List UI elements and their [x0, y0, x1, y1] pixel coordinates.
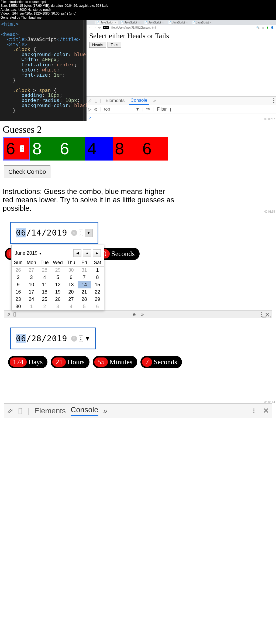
browser-tab[interactable]: 📄 JavaScript✕	[166, 21, 190, 24]
combo-cell[interactable]: 8	[30, 137, 58, 161]
calendar-day[interactable]: 20	[64, 288, 78, 296]
next-month-button[interactable]: ▶	[93, 249, 101, 257]
calendar-day[interactable]: 23	[12, 296, 25, 303]
calendar-day[interactable]: 10	[25, 281, 38, 288]
calendar-day[interactable]: 31	[78, 267, 91, 274]
today-button[interactable]: ●	[83, 249, 91, 257]
combo-cell[interactable]: 4	[85, 137, 113, 161]
kebab-icon[interactable]	[273, 98, 274, 103]
profile-icon[interactable]: 👤	[271, 26, 274, 29]
calendar-day[interactable]: 7	[78, 274, 91, 281]
devtools-tab-elements[interactable]: Elements	[34, 407, 66, 415]
browser-tab[interactable]: 📄 JavaScript✕	[190, 21, 214, 24]
calendar-day[interactable]: 16	[12, 288, 25, 296]
combo-cell[interactable]: 6▴▾	[3, 137, 30, 161]
calendar-day[interactable]: 30	[64, 267, 78, 274]
browser-tab[interactable]: 📄 JavaScript✕	[95, 21, 118, 24]
close-icon[interactable]: ✕	[210, 21, 212, 24]
inspect-icon[interactable]: ⬀	[88, 98, 92, 104]
spin-icon[interactable]: ▴▾	[79, 335, 83, 342]
search-icon[interactable]: 🔍	[256, 26, 260, 29]
clear-icon[interactable]: ✕	[71, 230, 77, 236]
device-icon[interactable]: ⌷	[18, 407, 23, 415]
devtools-more-tabs[interactable]: »	[103, 407, 108, 415]
combo-cell[interactable]: 6	[140, 137, 168, 161]
prev-month-button[interactable]: ◀	[73, 249, 81, 257]
browser-tab[interactable]: 📄 JavaScript✕	[142, 21, 166, 24]
calendar-day[interactable]: 1	[91, 267, 104, 274]
close-icon[interactable]: ✕	[162, 21, 164, 24]
calendar-day[interactable]: 28	[78, 296, 91, 303]
date-input-box[interactable]: 06/14/2019 ✕ ▴▾ ▼	[10, 222, 98, 244]
devtools-more-tabs[interactable]: »	[141, 312, 144, 317]
calendar-day[interactable]: 6	[91, 303, 104, 310]
calendar-day[interactable]: 22	[91, 288, 104, 296]
filter-label[interactable]: Filter	[157, 107, 167, 112]
calendar-day[interactable]: 30	[12, 303, 25, 310]
kebab-icon[interactable]	[253, 408, 254, 413]
forward-icon[interactable]: →	[94, 26, 96, 29]
dropdown-icon[interactable]: ▼	[85, 335, 91, 342]
chevron-down-icon[interactable]: ▼	[39, 252, 42, 255]
close-icon[interactable]: ✕	[186, 21, 188, 24]
browser-tab[interactable]: 📄 JavaScript✕	[119, 21, 142, 24]
close-icon[interactable]: ✕	[114, 21, 116, 24]
calendar-day[interactable]: 4	[38, 274, 51, 281]
reload-icon[interactable]: ⟳	[98, 26, 101, 29]
calendar-day[interactable]: 5	[78, 303, 91, 310]
calendar-day[interactable]: 17	[25, 288, 38, 296]
chevron-down-icon[interactable]: ▼	[135, 107, 140, 112]
code-editor[interactable]: <html> <head> <title>JavaScript</title> …	[0, 20, 83, 121]
calendar-day[interactable]: 12	[51, 281, 64, 288]
calendar-day[interactable]: 28	[38, 267, 51, 274]
calendar-day[interactable]: 19	[51, 288, 64, 296]
extension-icon[interactable]: ⬇	[266, 26, 268, 29]
no-icon[interactable]: ⊘	[94, 107, 98, 112]
calendar-day[interactable]: 4	[64, 303, 78, 310]
calendar-day[interactable]: 26	[12, 267, 25, 274]
combo-cell[interactable]: 6	[58, 137, 85, 161]
calendar-day[interactable]: 2	[38, 303, 51, 310]
calendar-day[interactable]: 13	[64, 281, 78, 288]
console-prompt[interactable]: >	[87, 114, 276, 121]
play-icon[interactable]: ▷	[88, 107, 91, 112]
calendar-day[interactable]: 26	[51, 296, 64, 303]
devtools-tab-console[interactable]: Console	[129, 97, 149, 105]
url-text[interactable]: file:///Users/mac/JS/5%20lesson.html	[111, 26, 254, 29]
calendar-day[interactable]: 15	[91, 281, 104, 288]
calendar-day[interactable]: 27	[25, 267, 38, 274]
calendar-month-label[interactable]: June 2019 ▼	[15, 250, 42, 256]
context-select[interactable]: top	[104, 107, 110, 112]
calendar-day[interactable]: 29	[91, 296, 104, 303]
heads-button[interactable]: Heads	[89, 42, 106, 48]
devtools-tab-console[interactable]: Console	[71, 406, 98, 416]
check-combo-button[interactable]: Check Combo	[4, 165, 50, 178]
spin-icon[interactable]: ▴▾	[20, 145, 24, 152]
dropdown-icon[interactable]: ▼	[85, 229, 93, 237]
eye-icon[interactable]: 👁	[146, 107, 150, 112]
back-icon[interactable]: ←	[89, 26, 91, 29]
spin-icon[interactable]: ▴▾	[79, 230, 83, 236]
clear-icon[interactable]: ✕	[71, 336, 77, 342]
devtools-tab-elements[interactable]: Elements	[104, 97, 126, 104]
devtools-more-tabs[interactable]: »	[152, 97, 157, 104]
calendar-day[interactable]: 24	[25, 296, 38, 303]
calendar-day[interactable]: 8	[91, 274, 104, 281]
calendar-day[interactable]: 3	[25, 274, 38, 281]
close-icon[interactable]: ✕	[138, 21, 140, 24]
calendar-day[interactable]: 6	[64, 274, 78, 281]
device-icon[interactable]: ⌷	[13, 312, 16, 317]
calendar-day[interactable]: 14	[78, 281, 91, 288]
date-input-box[interactable]: 06/28/2019 ✕ ▴▾ ▼	[10, 328, 96, 349]
inspect-icon[interactable]: ⬀	[7, 406, 13, 415]
calendar-day[interactable]: 21	[78, 288, 91, 296]
inspect-icon[interactable]: ⬀	[6, 312, 11, 318]
calendar-day[interactable]: 11	[38, 281, 51, 288]
tails-button[interactable]: Tails	[108, 42, 121, 48]
calendar-day[interactable]: 25	[38, 296, 51, 303]
calendar-day[interactable]: 2	[12, 274, 25, 281]
close-icon[interactable]: ✕	[263, 407, 269, 415]
calendar-day[interactable]: 3	[51, 303, 64, 310]
calendar-day[interactable]: 9	[12, 281, 25, 288]
combo-cell[interactable]: 8	[113, 137, 140, 161]
